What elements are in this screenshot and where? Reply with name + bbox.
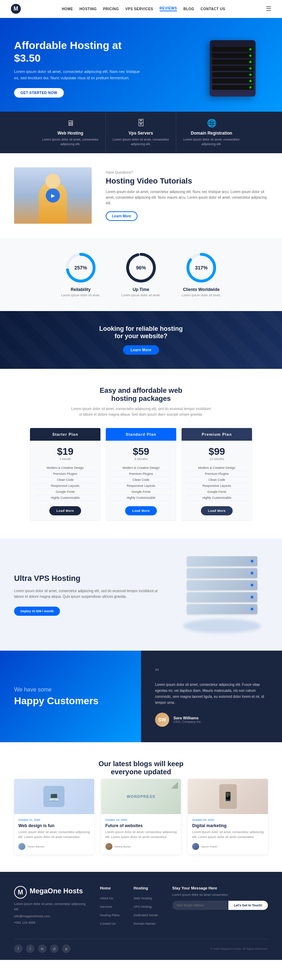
blog-post-title-2: Future of websites (105, 823, 177, 828)
footer-link-vps[interactable]: VPS Hosting (134, 905, 151, 908)
premium-feature-6: Highly Customizable (186, 495, 247, 501)
starter-plan-card: Starter Plan $19 3 Month Modern & Creati… (30, 428, 100, 521)
domain-icon: 🌐 (207, 119, 217, 128)
nav-contact[interactable]: CONTACT US (201, 7, 225, 11)
packages-title: Easy and affordable webhosting packages (14, 387, 268, 402)
footer-link-dedicated[interactable]: Dedicated Server (134, 913, 158, 917)
youtube-icon[interactable]: yt (50, 944, 59, 953)
blog-grid: 💻 October 21, 2020 Web design is fun Lor… (14, 779, 268, 854)
blog-date-2: October 19, 2020 (105, 818, 177, 821)
clients-value: 317% (195, 265, 208, 270)
pinterest-icon[interactable]: p (62, 944, 70, 953)
author-name: Sara Williams (174, 716, 202, 720)
cta-button[interactable]: Learn More (123, 345, 159, 355)
footer-brand-text: MegaOne Hosts (30, 887, 83, 898)
blog-title: Our latest blogs will keepeveryone updat… (14, 760, 268, 776)
starter-feature-5: Google Fonts (35, 489, 96, 495)
testimonial-main-title: Happy Customers (14, 695, 127, 707)
newsletter-desc: Lorem ipsum dolor sit amet consectetur. (172, 893, 268, 897)
footer-logo-icon: M (14, 886, 27, 899)
standard-load-button[interactable]: Load More (125, 506, 157, 515)
starter-feature-6: Highly Customizable (35, 495, 96, 501)
vps-icon: 🗄 (137, 119, 145, 128)
premium-feature-2: Premium Plugins (186, 471, 247, 477)
footer-link-about[interactable]: About Us (100, 897, 113, 900)
hero-subtitle: Lorem ipsum dolor sit amet, consectetur … (14, 69, 141, 81)
feature-domain: 🌐 Domain Registration Lorem ipsum dolor … (176, 112, 247, 153)
blog-corner-tag (171, 782, 178, 789)
standard-period: 6 Months (110, 457, 172, 461)
stat-uptime: 96% Up Time Lorem ipsum dolor sit amet. (121, 252, 160, 297)
vps-deploy-button[interactable]: Deploy At $39 / month (14, 606, 60, 616)
premium-feature-1: Modern & Creative Design (186, 465, 247, 471)
server-unit-4 (187, 592, 257, 602)
footer-link-services[interactable]: Services (100, 905, 112, 908)
standard-plan-header: Standard Plan (106, 428, 176, 441)
nav-reviews[interactable]: REVIEWS (160, 6, 177, 11)
premium-plan-body: $99 12 Months Modern & Creative Design P… (182, 441, 252, 521)
reliability-label: Reliability (71, 287, 91, 292)
hero-cta-button[interactable]: GET STARTED NOW (14, 88, 64, 97)
server-rack-4 (212, 66, 253, 71)
svg-text:M: M (13, 6, 18, 12)
blog-author-name-2: Danny Burke (115, 845, 131, 848)
feature-desc-3: Lorem ipsum dolor sit amet, consectetur … (180, 137, 243, 146)
nav-vps[interactable]: VPS SERVICES (125, 7, 153, 11)
feature-title-2: Vps Servers (129, 131, 153, 135)
footer-bottom: f t in yt p © 2020 MegaOne Hosts. All Ri… (14, 939, 268, 953)
footer-logo-wrap: M MegaOne Hosts (14, 886, 86, 899)
standard-feature-4: Responsive Layouts (110, 483, 172, 489)
nav-pricing[interactable]: PRICING (103, 7, 119, 11)
clients-label: Clients Worldwide (183, 287, 220, 292)
premium-plan-card: Premium Plan $99 12 Months Modern & Crea… (182, 428, 252, 521)
footer-col-home-links: About Us Services Hosting Plans Contact … (100, 894, 120, 926)
premium-load-button[interactable]: Load More (201, 506, 233, 515)
blog-img-label-2: WORDPRESS (127, 794, 155, 799)
quote-author: SW Sara Williams CEO, Company Inc. (155, 713, 268, 727)
newsletter-email-input[interactable] (172, 901, 228, 910)
starter-plan-header: Starter Plan (30, 428, 100, 441)
feature-desc-1: Lorem ipsum dolor sit amet, consectetur … (39, 137, 102, 146)
starter-feature-2: Premium Plugins (35, 471, 96, 477)
instagram-icon[interactable]: in (38, 944, 46, 953)
nav-logo: M (11, 3, 21, 14)
blog-excerpt-2: Lorem ipsum dolor sit amet, consectetur … (105, 830, 177, 840)
footer-link-contact[interactable]: Contact Us (100, 922, 116, 925)
testimonial-left: We have some Happy Customers (0, 651, 141, 742)
testimonial-pre-title: We have some (14, 687, 127, 693)
blog-img-icon-1: 💻 (43, 786, 65, 807)
blog-img-tablet: 📱 (219, 784, 237, 809)
video-learn-button[interactable]: Learn More (106, 212, 137, 221)
standard-feature-3: Clean Code (110, 477, 172, 483)
server-unit-3 (187, 580, 257, 590)
nav-home[interactable]: HOME (62, 7, 73, 11)
newsletter-submit-button[interactable]: Let's Get In Touch! (228, 901, 268, 910)
server-rack-7 (212, 85, 253, 90)
footer-link-plans[interactable]: Hosting Plans (100, 913, 120, 917)
footer-brand-name: MegaOne Hosts (30, 887, 83, 895)
packages-grid: Starter Plan $19 3 Month Modern & Creati… (14, 428, 268, 521)
starter-load-button[interactable]: Load More (49, 506, 81, 515)
social-links: f t in yt p (14, 944, 70, 953)
starter-feature-3: Clean Code (35, 477, 96, 483)
packages-desc: Lorem ipsum dolor sit amet, consectetur … (70, 406, 212, 417)
standard-feature-6: Highly Customizable (110, 495, 172, 501)
server-unit-2 (187, 568, 257, 578)
quote-text: Lorem ipsum dolor sit amet, consectetur … (155, 682, 268, 706)
hero-title: Affordable Hosting at $3.50 (14, 39, 141, 64)
video-thumbnail[interactable]: ▶ (14, 167, 92, 224)
facebook-icon[interactable]: f (14, 944, 22, 953)
nav-blog[interactable]: BLOG (183, 7, 194, 11)
hero-section: Affordable Hosting at $3.50 Lorem ipsum … (0, 18, 282, 112)
footer-link-domains[interactable]: Domain Names (134, 922, 155, 925)
footer-link-web-hosting[interactable]: Web Hosting (134, 897, 151, 900)
nav-hosting[interactable]: HOSTING (79, 7, 97, 11)
twitter-icon[interactable]: t (26, 944, 35, 953)
blog-post-2: WORDPRESS October 19, 2020 Future of web… (101, 779, 181, 854)
standard-plan-card: Standard Plan $59 6 Months Modern & Crea… (106, 428, 176, 521)
footer-phone: +001 123 4568 (14, 921, 86, 924)
newsletter-title: Stay Your Message Here (172, 886, 268, 890)
author-initials: SW (158, 717, 166, 722)
vps-title: Ultra VPS Hosting (14, 574, 162, 583)
hamburger-icon[interactable]: ☰ (266, 5, 271, 13)
